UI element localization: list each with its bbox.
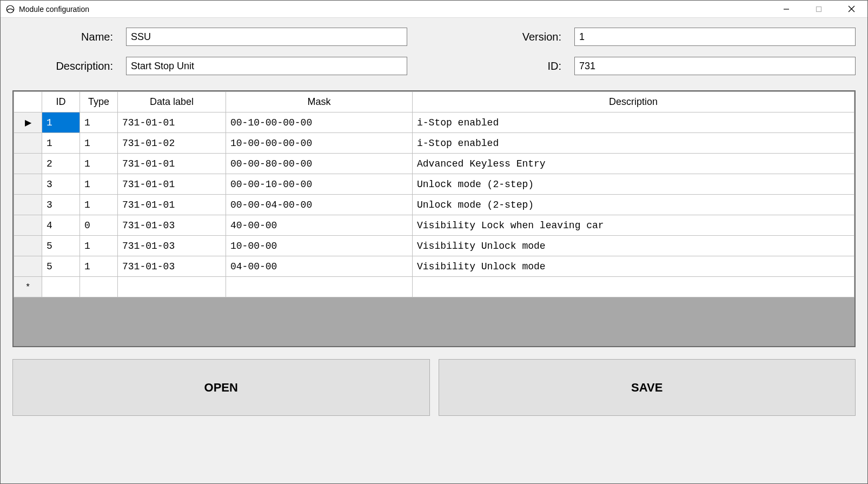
cell-id[interactable]: 5 — [42, 236, 80, 256]
cell-datalabel[interactable]: 731-01-01 — [118, 112, 226, 133]
empty-cell[interactable] — [226, 277, 413, 297]
titlebar: Module configuration — [1, 1, 867, 18]
table-row[interactable]: 40731-01-0340-00-00Visibility Lock when … — [14, 215, 854, 236]
cell-id[interactable]: 3 — [42, 174, 80, 195]
cell-datalabel[interactable]: 731-01-01 — [118, 174, 226, 195]
empty-cell[interactable] — [118, 277, 226, 297]
name-label: Name: — [12, 31, 115, 43]
version-label: Version: — [499, 31, 564, 43]
cell-description[interactable]: Advanced Keyless Entry — [413, 154, 854, 174]
row-marker — [14, 236, 42, 256]
cell-mask[interactable]: 00-10-00-00-00 — [226, 112, 413, 133]
cell-type[interactable]: 1 — [80, 154, 118, 174]
cell-type[interactable]: 0 — [80, 215, 118, 236]
window-controls — [770, 1, 867, 17]
cell-type[interactable]: 1 — [80, 256, 118, 277]
cell-id[interactable]: 3 — [42, 195, 80, 215]
table-new-row[interactable]: * — [14, 277, 854, 297]
cell-mask[interactable]: 00-00-10-00-00 — [226, 174, 413, 195]
cell-type[interactable]: 1 — [80, 236, 118, 256]
row-marker — [14, 133, 42, 154]
cell-mask[interactable]: 04-00-00 — [226, 256, 413, 277]
description-input[interactable] — [126, 57, 407, 75]
cell-mask[interactable]: 10-00-00 — [226, 236, 413, 256]
cell-mask[interactable]: 00-00-04-00-00 — [226, 195, 413, 215]
form-area: Name: Version: Description: ID: — [12, 28, 856, 75]
cell-description[interactable]: Unlock mode (2-step) — [413, 195, 854, 215]
table-row[interactable]: 31731-01-0100-00-10-00-00Unlock mode (2-… — [14, 174, 854, 195]
cell-id[interactable]: 1 — [42, 133, 80, 154]
name-input[interactable] — [126, 28, 407, 46]
row-marker — [14, 174, 42, 195]
svg-rect-2 — [817, 6, 821, 11]
empty-cell[interactable] — [413, 277, 854, 297]
empty-cell[interactable] — [42, 277, 80, 297]
grid-header-row: ID Type Data label Mask Description — [14, 92, 854, 112]
cell-datalabel[interactable]: 731-01-02 — [118, 133, 226, 154]
cell-id[interactable]: 4 — [42, 215, 80, 236]
cell-datalabel[interactable]: 731-01-03 — [118, 215, 226, 236]
table-row[interactable]: 51731-01-0310-00-00Visibility Unlock mod… — [14, 236, 854, 256]
cell-id[interactable]: 5 — [42, 256, 80, 277]
id-input[interactable] — [574, 57, 856, 75]
row-marker — [14, 154, 42, 174]
grid-header-mask[interactable]: Mask — [226, 92, 413, 112]
cell-id[interactable]: 2 — [42, 154, 80, 174]
content-area: Name: Version: Description: ID: ID — [1, 18, 867, 483]
close-button[interactable] — [835, 1, 867, 17]
cell-type[interactable]: 1 — [80, 195, 118, 215]
row-marker — [14, 256, 42, 277]
maximize-button — [803, 1, 835, 17]
id-label: ID: — [499, 60, 564, 72]
grid-header-description[interactable]: Description — [413, 92, 854, 112]
grid-header-marker — [14, 92, 42, 112]
grid-header-id[interactable]: ID — [42, 92, 80, 112]
cell-datalabel[interactable]: 731-01-03 — [118, 256, 226, 277]
description-label: Description: — [12, 60, 115, 72]
version-input[interactable] — [574, 28, 856, 46]
cell-description[interactable]: Visibility Lock when leaving car — [413, 215, 854, 236]
cell-datalabel[interactable]: 731-01-03 — [118, 236, 226, 256]
cell-type[interactable]: 1 — [80, 112, 118, 133]
row-marker — [14, 215, 42, 236]
window-title: Module configuration — [19, 5, 89, 14]
minimize-button[interactable] — [770, 1, 803, 17]
cell-description[interactable]: i-Stop enabled — [413, 112, 854, 133]
cell-id[interactable]: 1 — [42, 112, 80, 133]
cell-mask[interactable]: 10-00-00-00-00 — [226, 133, 413, 154]
cell-mask[interactable]: 00-00-80-00-00 — [226, 154, 413, 174]
table-row[interactable]: 31731-01-0100-00-04-00-00Unlock mode (2-… — [14, 195, 854, 215]
app-icon — [5, 4, 16, 15]
cell-type[interactable]: 1 — [80, 133, 118, 154]
save-button[interactable]: SAVE — [439, 359, 856, 416]
button-row: OPEN SAVE — [12, 359, 856, 416]
table-row[interactable]: 51731-01-0304-00-00Visibility Unlock mod… — [14, 256, 854, 277]
cell-description[interactable]: Unlock mode (2-step) — [413, 174, 854, 195]
cell-type[interactable]: 1 — [80, 174, 118, 195]
cell-description[interactable]: i-Stop enabled — [413, 133, 854, 154]
data-grid[interactable]: ID Type Data label Mask Description ▶117… — [12, 90, 856, 347]
new-row-marker: * — [14, 277, 42, 297]
row-marker — [14, 195, 42, 215]
grid-header-type[interactable]: Type — [80, 92, 118, 112]
table-row[interactable]: 21731-01-0100-00-80-00-00Advanced Keyles… — [14, 154, 854, 174]
table-row[interactable]: 11731-01-0210-00-00-00-00i-Stop enabled — [14, 133, 854, 154]
cell-description[interactable]: Visibility Unlock mode — [413, 256, 854, 277]
cell-datalabel[interactable]: 731-01-01 — [118, 195, 226, 215]
empty-cell[interactable] — [80, 277, 118, 297]
cell-description[interactable]: Visibility Unlock mode — [413, 236, 854, 256]
table-row[interactable]: ▶11731-01-0100-10-00-00-00i-Stop enabled — [14, 112, 854, 133]
cell-mask[interactable]: 40-00-00 — [226, 215, 413, 236]
grid-header-datalabel[interactable]: Data label — [118, 92, 226, 112]
row-marker: ▶ — [14, 112, 42, 133]
open-button[interactable]: OPEN — [12, 359, 430, 416]
window-frame: Module configuration Name: Version: Desc… — [0, 0, 868, 484]
cell-datalabel[interactable]: 731-01-01 — [118, 154, 226, 174]
